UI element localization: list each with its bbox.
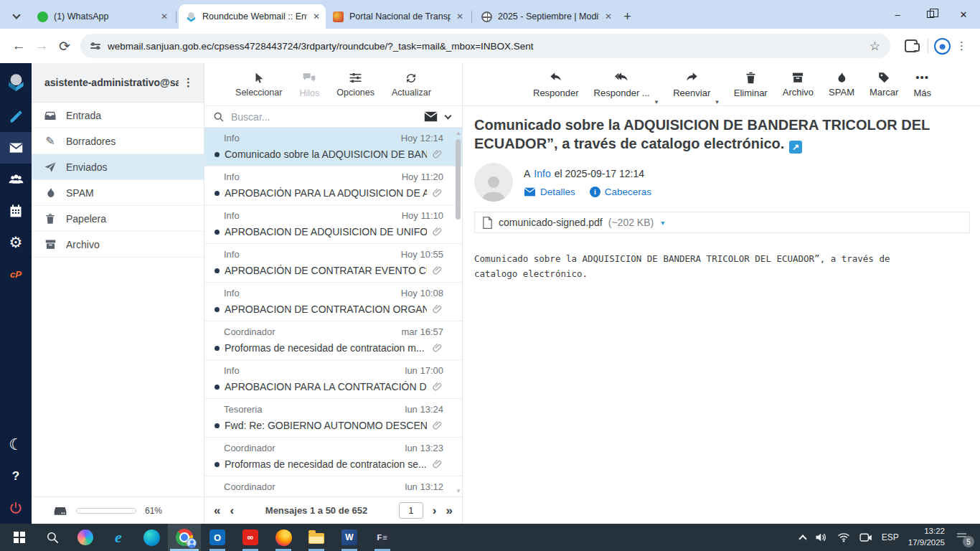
close-tab-icon[interactable]: ✕ xyxy=(161,11,168,22)
volume-icon[interactable] xyxy=(815,532,828,543)
hidden-icons-chevron-icon[interactable] xyxy=(798,534,806,542)
taskbar-explorer-button[interactable] xyxy=(300,524,333,551)
reply-all-button[interactable]: Responder ... xyxy=(594,70,650,98)
search-input[interactable] xyxy=(231,111,418,123)
search-options-chevron-icon[interactable] xyxy=(445,112,452,119)
attachment-menu-caret-icon[interactable]: ▾ xyxy=(661,219,664,227)
forward-caret-icon[interactable]: ▾ xyxy=(715,98,719,105)
archive-button[interactable]: Archivo xyxy=(783,71,814,98)
notification-center-button[interactable]: 5 xyxy=(954,529,973,545)
extensions-icon[interactable] xyxy=(905,39,918,52)
refresh-button[interactable]: Actualizar xyxy=(392,72,431,98)
close-tab-icon[interactable]: ✕ xyxy=(313,11,320,22)
page-number-input[interactable] xyxy=(399,502,423,519)
message-row[interactable]: InfoHoy 10:08 APROBACION DE CONTRATACION… xyxy=(204,283,462,321)
more-button[interactable]: ••• Más xyxy=(913,70,931,98)
forward-button[interactable]: → xyxy=(30,34,53,57)
taskbar-copilot-button[interactable] xyxy=(69,524,102,551)
taskbar-acrobat-button[interactable]: ∞ xyxy=(234,524,267,551)
options-button[interactable]: Opciones xyxy=(336,71,374,98)
folder-borradores[interactable]: ✎ Borradores xyxy=(32,128,204,154)
nav-calendar-button[interactable] xyxy=(0,195,32,227)
reply-all-caret-icon[interactable]: ▾ xyxy=(655,98,659,105)
headers-toggle[interactable]: i Cabeceras xyxy=(590,187,651,197)
scroll-up-icon[interactable]: ▲ xyxy=(456,130,461,136)
tab-whatsapp[interactable]: (1) WhatsApp ✕ xyxy=(30,4,174,29)
tab-septiembre[interactable]: 2025 - Septiembre | Modificar L ✕ xyxy=(474,4,618,29)
attachment-row[interactable]: comunicado-signed.pdf (~202 KB) ▾ xyxy=(474,212,970,233)
reload-button[interactable]: ⟳ xyxy=(53,34,76,57)
folder-spam[interactable]: SPAM xyxy=(32,180,204,206)
start-button[interactable] xyxy=(3,524,36,551)
language-indicator[interactable]: ESP xyxy=(882,532,899,542)
first-page-icon[interactable]: « xyxy=(214,504,220,518)
taskbar-chrome-button[interactable] xyxy=(168,524,201,551)
mark-button[interactable]: Marcar xyxy=(870,71,898,98)
message-row[interactable]: Tesorerialun 13:24 Fwd: Re: GOBIERNO AUT… xyxy=(204,399,462,438)
forward-button[interactable]: Reenviar xyxy=(673,70,710,98)
message-row[interactable]: InfoHoy 12:14 Comunicado sobre la ADQUIS… xyxy=(204,128,462,166)
compose-button[interactable] xyxy=(0,100,32,132)
details-toggle[interactable]: Detalles xyxy=(524,187,575,197)
message-row[interactable]: Coordinadorlun 13:23 Proformas de necesi… xyxy=(204,438,462,476)
list-scrollbar[interactable]: ▲ ▼ xyxy=(454,128,462,496)
threads-button[interactable]: Hilos xyxy=(299,71,319,98)
search-scope-mail-icon[interactable] xyxy=(424,111,438,122)
next-page-icon[interactable]: › xyxy=(433,504,437,518)
folder-entrada[interactable]: Entrada xyxy=(32,103,204,128)
spam-button[interactable]: SPAM xyxy=(829,71,854,98)
address-bar[interactable]: webmail.sanjuan.gob.ec/cpsess4728443724/… xyxy=(80,34,890,58)
folder-archivo[interactable]: Archivo xyxy=(32,232,204,258)
nav-contacts-button[interactable] xyxy=(0,164,32,195)
nav-mail-button[interactable] xyxy=(0,132,32,164)
from-link[interactable]: Info xyxy=(534,168,550,179)
folder-papelera[interactable]: Papelera xyxy=(32,206,204,232)
message-row[interactable]: Infolun 17:00 APROBACION PARA LA CONTRAT… xyxy=(204,360,462,399)
last-page-icon[interactable]: » xyxy=(446,504,453,518)
taskbar-firefox-button[interactable] xyxy=(267,524,300,551)
restore-button[interactable] xyxy=(914,0,947,29)
close-tab-icon[interactable]: ✕ xyxy=(605,11,612,22)
scroll-down-icon[interactable]: ▼ xyxy=(456,488,461,494)
site-settings-icon[interactable] xyxy=(90,44,100,49)
minimize-button[interactable]: – xyxy=(881,0,914,29)
taskbar-ie-button[interactable]: e xyxy=(102,524,135,551)
logout-button[interactable] xyxy=(0,492,32,524)
message-row[interactable]: InfoHoy 11:10 APROBACION DE ADQUISICION … xyxy=(204,205,462,244)
folder-enviados[interactable]: Enviados xyxy=(32,154,204,180)
delete-button[interactable]: Eliminar xyxy=(734,71,768,98)
cpanel-button[interactable]: cP xyxy=(0,258,32,290)
taskbar-word-button[interactable]: W xyxy=(333,524,366,551)
taskbar-fapp-button[interactable]: F≡ xyxy=(366,524,399,551)
meet-now-icon[interactable] xyxy=(859,532,872,543)
taskbar-search-button[interactable] xyxy=(36,524,69,551)
back-button[interactable]: ← xyxy=(7,34,30,57)
prev-page-icon[interactable]: ‹ xyxy=(230,504,234,518)
close-tab-icon[interactable]: ✕ xyxy=(456,11,463,22)
help-button[interactable]: ? xyxy=(0,461,32,492)
message-row[interactable]: InfoHoy 10:55 APROBACIÓN DE CONTRATAR EV… xyxy=(204,244,462,283)
new-tab-button[interactable]: + xyxy=(618,9,639,29)
message-row[interactable]: InfoHoy 11:20 APROBACIÓN PARA LA ADQUISI… xyxy=(204,166,462,205)
taskbar-edge-button[interactable] xyxy=(135,524,168,551)
profile-button[interactable]: ☻ xyxy=(934,38,951,55)
message-row[interactable]: Coordinadormar 16:57 Proformas de necesi… xyxy=(204,321,462,360)
taskbar-outlook-button[interactable]: O xyxy=(201,524,234,551)
select-button[interactable]: Seleccionar xyxy=(235,72,282,98)
open-in-new-window-icon[interactable]: ↗ xyxy=(789,141,802,154)
nav-settings-button[interactable]: ⚙ xyxy=(0,227,32,258)
url-text[interactable]: webmail.sanjuan.gob.ec/cpsess4728443724/… xyxy=(108,41,862,52)
reply-button[interactable]: Responder xyxy=(533,70,579,98)
browser-menu-icon[interactable]: ⋮ xyxy=(951,39,973,52)
tab-search-button[interactable] xyxy=(6,4,27,29)
account-menu-icon[interactable]: ⋮ xyxy=(179,76,198,89)
taskbar-clock[interactable]: 13:22 17/9/2025 xyxy=(908,526,945,548)
tab-roundcube[interactable]: Roundcube Webmail :: Enviados ✕ xyxy=(179,4,326,29)
wifi-icon[interactable] xyxy=(837,532,850,542)
attachment-name[interactable]: comunicado-signed.pdf xyxy=(499,217,603,228)
tab-portal[interactable]: Portal Nacional de Transparenci ✕ xyxy=(326,4,469,29)
close-window-button[interactable]: ✕ xyxy=(947,0,980,29)
bookmark-star-icon[interactable]: ☆ xyxy=(870,39,880,54)
message-row[interactable]: Coordinadorlun 13:12 xyxy=(204,476,462,496)
dark-mode-button[interactable]: ☾ xyxy=(0,429,32,461)
